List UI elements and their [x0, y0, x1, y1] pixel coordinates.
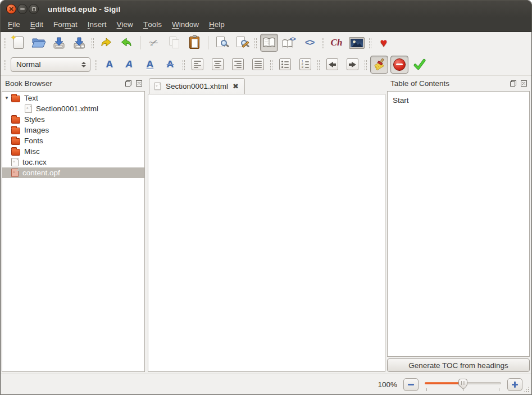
toolbar-grip[interactable]: [91, 37, 94, 48]
main-toolbar: ✦: [1, 32, 531, 53]
toolbar-grip[interactable]: [254, 37, 257, 48]
well-formed-check-button[interactable]: [411, 56, 429, 74]
tab-section0001[interactable]: Section0001.xhtml ✖: [149, 78, 245, 94]
paste-button[interactable]: [185, 34, 203, 52]
book-view-editor[interactable]: [148, 94, 385, 372]
plus-icon: [512, 382, 518, 388]
cut-button[interactable]: ✂: [145, 34, 163, 52]
maximize-icon: [32, 7, 36, 11]
main-area: Book Browser: [1, 76, 531, 374]
numbered-list-button[interactable]: 1 2 3: [296, 56, 314, 74]
bulleted-list-button[interactable]: [276, 56, 294, 74]
tree-item-content-opf[interactable]: content.opf: [2, 167, 144, 178]
tab-close-icon[interactable]: ✖: [233, 83, 239, 90]
insert-image-button[interactable]: [348, 34, 366, 52]
toolbar-grip[interactable]: [364, 59, 367, 70]
generate-toc-button[interactable]: Generate TOC from headings: [387, 358, 530, 372]
toolbar-grip[interactable]: [3, 37, 7, 48]
book-browser-float-button[interactable]: [124, 80, 132, 88]
donate-button[interactable]: ♥: [375, 34, 393, 52]
stop-minus-icon: [393, 58, 406, 71]
zoom-slider[interactable]: [425, 378, 501, 391]
undo-button[interactable]: [97, 34, 115, 52]
xhtml-file-icon: [25, 105, 32, 113]
toolbar-grip[interactable]: [317, 59, 320, 70]
menu-view[interactable]: View: [112, 17, 138, 31]
find-replace-button[interactable]: [233, 34, 251, 52]
save-as-button[interactable]: [70, 34, 88, 52]
remove-formatting-button[interactable]: [390, 56, 408, 74]
tree-item-section0001[interactable]: Section0001.xhtml: [2, 103, 144, 114]
new-file-icon: ✦: [13, 37, 24, 49]
redo-button[interactable]: [117, 34, 135, 52]
tab-label: Section0001.xhtml: [166, 82, 228, 90]
redo-arrow-icon: [120, 36, 133, 49]
svg-text:<>: <>: [290, 36, 296, 42]
minus-icon: [408, 384, 414, 385]
decrease-indent-button[interactable]: [323, 56, 341, 74]
toolbar-grip[interactable]: [270, 59, 273, 70]
italic-button[interactable]: A: [121, 56, 139, 74]
window-close-button[interactable]: ✕: [6, 4, 16, 14]
insert-chapter-break-button[interactable]: Ch: [328, 34, 345, 52]
close-panel-icon: [520, 80, 528, 87]
toc-close-button[interactable]: [520, 80, 528, 88]
menu-edit[interactable]: Edit: [25, 17, 48, 31]
menu-tools[interactable]: Tools: [138, 17, 167, 31]
strikethrough-button[interactable]: A: [161, 56, 179, 74]
float-panel-icon: [510, 80, 517, 87]
code-view-button[interactable]: <>: [301, 34, 319, 52]
tree-item-text[interactable]: ▼ Text: [2, 93, 144, 103]
split-view-button[interactable]: <>: [280, 34, 298, 52]
align-left-button[interactable]: [188, 56, 206, 74]
toc-float-button[interactable]: [509, 80, 517, 88]
bold-icon: A: [106, 59, 113, 70]
toolbar-grip[interactable]: [182, 59, 185, 70]
zoom-slider-handle[interactable]: [458, 379, 467, 387]
toolbar-grip[interactable]: [321, 37, 325, 48]
toolbar-grip[interactable]: [3, 59, 7, 70]
heading-style-combo[interactable]: Normal: [11, 57, 90, 72]
tree-item-images[interactable]: Images: [2, 125, 144, 135]
book-view-button[interactable]: [260, 34, 278, 52]
align-right-button[interactable]: [229, 56, 247, 74]
toolbar-grip[interactable]: [94, 59, 98, 70]
menu-insert[interactable]: Insert: [83, 17, 112, 31]
align-justify-button[interactable]: [249, 56, 267, 74]
save-button[interactable]: [50, 34, 68, 52]
toc-entry-start[interactable]: Start: [393, 95, 529, 106]
window-minimize-button[interactable]: [17, 4, 28, 14]
copy-button[interactable]: [165, 34, 183, 52]
menubar: File Edit Format Insert View Tools Windo…: [1, 17, 531, 32]
bold-button[interactable]: A: [101, 56, 119, 74]
xhtml-file-icon: [154, 83, 161, 90]
clean-html-button[interactable]: [370, 56, 388, 74]
green-check-icon: [413, 58, 426, 71]
book-browser-close-button[interactable]: [135, 80, 143, 88]
tree-item-fonts[interactable]: Fonts: [2, 135, 144, 146]
menu-window[interactable]: Window: [167, 17, 204, 31]
increase-indent-button[interactable]: [343, 56, 361, 74]
menu-file[interactable]: File: [3, 17, 25, 31]
zoom-out-button[interactable]: [403, 378, 419, 391]
toolbar-grip[interactable]: [369, 37, 372, 48]
menu-format[interactable]: Format: [48, 17, 83, 31]
window-maximize-button[interactable]: [29, 4, 39, 14]
sigil-window: ✕ untitled.epub - Sigil File Edit Format…: [0, 0, 532, 395]
menu-help[interactable]: Help: [204, 17, 230, 31]
find-button[interactable]: [213, 34, 231, 52]
toc-header: Table of Contents: [387, 76, 530, 91]
align-center-button[interactable]: [208, 56, 226, 74]
image-icon: [349, 38, 364, 48]
expand-arrow-icon[interactable]: ▼: [2, 96, 11, 101]
new-button[interactable]: ✦: [10, 34, 28, 52]
tree-item-misc[interactable]: Misc: [2, 146, 144, 157]
zoom-in-button[interactable]: [507, 378, 522, 391]
tree-item-toc-ncx[interactable]: toc.ncx: [2, 157, 144, 167]
combo-spinner-icon[interactable]: [80, 62, 90, 67]
increase-indent-icon: [347, 58, 358, 70]
window-resize-grip[interactable]: [523, 386, 530, 393]
underline-button[interactable]: A: [141, 56, 159, 74]
open-button[interactable]: [30, 34, 48, 52]
tree-item-styles[interactable]: Styles: [2, 114, 144, 125]
